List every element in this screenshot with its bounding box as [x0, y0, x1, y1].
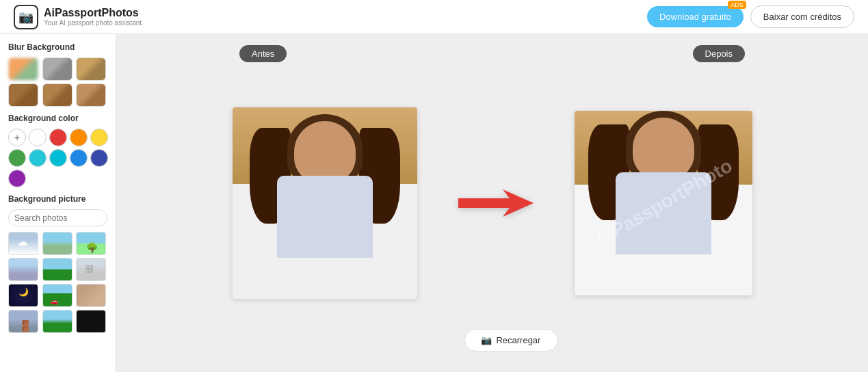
green-swatch[interactable] [8, 149, 26, 167]
photo-thumb-8[interactable] [42, 284, 73, 307]
credits-button[interactable]: Baixar com créditos [750, 5, 854, 28]
after-woman-silhouette [602, 118, 725, 295]
photo-thumbnail-grid [8, 232, 107, 333]
blur-thumb-5[interactable] [42, 83, 73, 107]
arrow-icon [458, 186, 534, 220]
main: Blur Background Background color + Backg… [0, 34, 868, 372]
orange-swatch[interactable] [70, 129, 88, 146]
before-photo-content [233, 107, 417, 299]
search-input[interactable] [14, 213, 116, 223]
logo-sub: Your AI passport photo assistant. [44, 19, 144, 27]
recarregar-button[interactable]: 📷 Recarregar [464, 329, 557, 351]
white-swatch[interactable] [29, 129, 47, 146]
before-label: Antes [239, 45, 287, 62]
color-swatch-grid: + [8, 129, 107, 187]
before-photo [233, 107, 417, 299]
blur-thumb-1[interactable] [8, 57, 38, 81]
logo-text: AiPassportPhotos Your AI passport photo … [44, 7, 144, 27]
after-photo-content [575, 111, 752, 295]
cyan-swatch[interactable] [49, 149, 67, 167]
camera-icon: 📷 [481, 335, 492, 345]
photo-thumb-5[interactable] [42, 258, 73, 281]
header-buttons: ADS Download gratuito Baixar com crédito… [647, 5, 854, 28]
blur-thumbnail-grid [8, 57, 107, 107]
search-box: 🔍 [8, 209, 107, 226]
blur-thumb-2[interactable] [42, 57, 73, 81]
after-woman-head [633, 118, 694, 179]
header: 📷 AiPassportPhotos Your AI passport phot… [0, 0, 868, 34]
logo-area: 📷 AiPassportPhotos Your AI passport phot… [14, 5, 144, 29]
blur-thumb-3[interactable] [76, 57, 106, 81]
red-swatch[interactable] [49, 129, 67, 146]
photo-thumb-11[interactable] [42, 310, 73, 333]
color-section-title: Background color [8, 114, 107, 123]
purple-swatch[interactable] [8, 170, 26, 187]
photo-thumb-10[interactable] [8, 310, 38, 333]
blue-swatch[interactable] [70, 149, 88, 167]
photo-thumb-1[interactable] [8, 232, 38, 255]
yellow-swatch[interactable] [90, 129, 108, 146]
blur-thumb-4[interactable] [8, 83, 38, 107]
photo-thumb-4[interactable] [8, 258, 38, 281]
teal-swatch[interactable] [29, 149, 47, 167]
download-button[interactable]: ADS Download gratuito [647, 6, 744, 27]
arrow-right [458, 186, 534, 220]
logo-icon: 📷 [14, 5, 38, 29]
photo-thumb-6[interactable] [76, 258, 106, 281]
svg-marker-0 [458, 189, 534, 217]
after-label: Depois [693, 45, 745, 62]
ads-badge: ADS [728, 1, 746, 9]
photo-thumb-12[interactable] [76, 310, 106, 333]
logo-title: AiPassportPhotos [44, 7, 144, 19]
after-woman-body [616, 172, 711, 254]
recarregar-label: Recarregar [496, 335, 540, 345]
photo-thumb-7[interactable] [8, 284, 38, 307]
indigo-swatch[interactable] [90, 149, 108, 167]
after-photo: AiPassportPhoto [575, 111, 752, 295]
sidebar: Blur Background Background color + Backg… [0, 34, 116, 372]
picture-section-title: Background picture [8, 194, 107, 204]
images-row: AiPassportPhoto [233, 107, 752, 299]
add-color-swatch[interactable]: + [8, 129, 26, 146]
woman-body [277, 176, 373, 258]
woman-silhouette [263, 121, 386, 299]
photo-thumb-9[interactable] [76, 284, 106, 307]
photo-thumb-2[interactable] [42, 232, 73, 255]
blur-section-title: Blur Background [8, 42, 107, 52]
photo-thumb-3[interactable] [76, 232, 106, 255]
content-area: Antes Depois [116, 34, 868, 372]
woman-head [294, 121, 356, 183]
blur-thumb-6[interactable] [76, 83, 106, 107]
